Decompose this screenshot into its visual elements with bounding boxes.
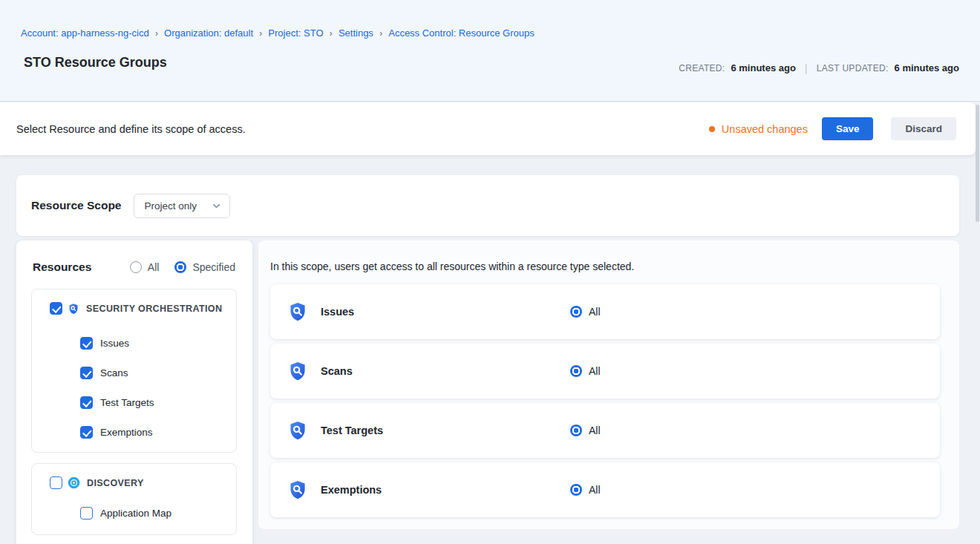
access-scope-choice: All <box>570 306 601 318</box>
access-row-scans: Scans All <box>270 344 940 399</box>
security-orchestration-checkbox[interactable] <box>50 302 62 315</box>
resource-group-discovery: DISCOVERY Application Map <box>31 463 237 535</box>
group-items: Application Map <box>32 489 236 534</box>
item-label: Exemptions <box>100 427 153 438</box>
access-all-label: All <box>589 306 601 318</box>
created-value: 6 minutes ago <box>731 62 795 73</box>
shield-search-icon <box>287 420 308 441</box>
radio-option-specified[interactable]: Specified <box>174 261 235 273</box>
resource-scope-card: Resource Scope Project only <box>16 175 959 236</box>
scans-checkbox[interactable] <box>80 367 93 379</box>
access-row-label: Scans <box>321 365 353 377</box>
chevron-right-icon: › <box>259 27 262 39</box>
shield-search-icon <box>287 479 308 500</box>
access-all-radio[interactable] <box>570 306 582 318</box>
resources-title: Resources <box>33 260 91 274</box>
access-all-label: All <box>589 365 601 377</box>
access-row-issues: Issues All <box>270 284 940 339</box>
application-map-checkbox[interactable] <box>80 507 93 520</box>
access-all-label: All <box>589 425 601 436</box>
unsaved-changes-label: Unsaved changes <box>722 123 808 135</box>
last-updated-value: 6 minutes ago <box>895 62 959 73</box>
access-row-exemptions: Exemptions All <box>270 462 940 517</box>
save-button[interactable]: Save <box>822 117 874 140</box>
toolbar: Select Resource and define its scope of … <box>0 102 976 155</box>
group-label: DISCOVERY <box>87 478 144 488</box>
resource-scope-label: Resource Scope <box>31 199 121 212</box>
breadcrumb-settings-link[interactable]: Settings <box>339 27 373 39</box>
breadcrumb-organization-link[interactable]: Organization: default <box>164 27 253 39</box>
access-row-label: Exemptions <box>321 484 382 496</box>
resources-panel: Resources All Specified SECURITY ORCHES <box>16 240 252 544</box>
resources-panel-header: Resources All Specified <box>16 240 252 274</box>
item-label: Issues <box>100 338 129 349</box>
access-scope-choice: All <box>570 484 601 496</box>
access-scope-choice: All <box>570 365 601 377</box>
resource-item-application-map: Application Map <box>80 507 236 520</box>
resource-item-exemptions: Exemptions <box>80 426 236 439</box>
group-label: SECURITY ORCHESTRATION <box>86 304 222 314</box>
radar-icon <box>68 476 80 489</box>
test-targets-checkbox[interactable] <box>80 396 93 409</box>
chevron-right-icon: › <box>155 27 158 39</box>
item-label: Scans <box>100 367 128 378</box>
shield-search-icon <box>68 303 79 315</box>
toolbar-description: Select Resource and define its scope of … <box>16 123 709 135</box>
resource-item-scans: Scans <box>80 367 236 379</box>
unsaved-dot-icon <box>709 126 715 132</box>
breadcrumb: Account: app-harness-ng-cicd › Organizat… <box>21 27 535 39</box>
vertical-scrollbar-thumb[interactable] <box>976 105 979 222</box>
access-all-radio[interactable] <box>570 425 582 436</box>
radio-specified[interactable] <box>174 261 186 273</box>
page-title: STO Resource Groups <box>24 55 167 71</box>
access-scope-choice: All <box>570 425 601 436</box>
breadcrumb-project-link[interactable]: Project: STO <box>268 27 323 39</box>
access-all-radio[interactable] <box>570 365 582 377</box>
resource-item-issues: Issues <box>80 337 236 350</box>
page-header: Account: app-harness-ng-cicd › Organizat… <box>0 0 980 102</box>
radio-option-all[interactable]: All <box>130 261 160 273</box>
shield-search-icon <box>287 301 308 322</box>
page: Account: app-harness-ng-cicd › Organizat… <box>0 0 980 544</box>
discard-button[interactable]: Discard <box>891 117 956 140</box>
access-all-label: All <box>589 484 601 496</box>
group-items: Issues Scans Test Targets Exemptions <box>32 315 236 452</box>
item-label: Application Map <box>100 508 172 519</box>
access-panel: In this scope, users get access to all r… <box>258 240 959 529</box>
radio-all[interactable] <box>130 261 142 273</box>
last-updated-label: LAST UPDATED: <box>817 63 889 73</box>
issues-checkbox[interactable] <box>80 337 93 350</box>
created-label: CREATED: <box>679 63 725 73</box>
access-row-label: Issues <box>321 306 354 318</box>
chevron-right-icon: › <box>330 27 333 39</box>
group-header: DISCOVERY <box>32 464 236 489</box>
radio-specified-label: Specified <box>192 261 235 273</box>
resource-scope-dropdown[interactable]: Project only <box>134 194 230 218</box>
chevron-right-icon: › <box>379 27 382 39</box>
discovery-checkbox[interactable] <box>50 476 62 489</box>
radio-all-label: All <box>148 261 160 273</box>
access-panel-description: In this scope, users get access to all r… <box>270 260 634 272</box>
access-row-test-targets: Test Targets All <box>270 403 940 458</box>
resources-mode-radio-group: All Specified <box>130 261 235 273</box>
breadcrumb-account-link[interactable]: Account: app-harness-ng-cicd <box>21 27 149 39</box>
header-meta: CREATED: 6 minutes ago | LAST UPDATED: 6… <box>679 62 959 74</box>
exemptions-checkbox[interactable] <box>80 426 93 439</box>
access-row-label: Test Targets <box>321 425 383 436</box>
access-all-radio[interactable] <box>570 484 582 496</box>
item-label: Test Targets <box>100 397 154 408</box>
resource-item-test-targets: Test Targets <box>80 396 236 409</box>
meta-divider: | <box>805 62 808 74</box>
resource-scope-selected-value: Project only <box>144 200 211 212</box>
group-header: SECURITY ORCHESTRATION <box>32 289 236 315</box>
resource-group-security-orchestration: SECURITY ORCHESTRATION Issues Scans Test… <box>31 289 237 453</box>
shield-search-icon <box>287 361 308 381</box>
chevron-down-icon <box>211 200 222 212</box>
breadcrumb-access-control-link[interactable]: Access Control: Resource Groups <box>388 27 535 39</box>
